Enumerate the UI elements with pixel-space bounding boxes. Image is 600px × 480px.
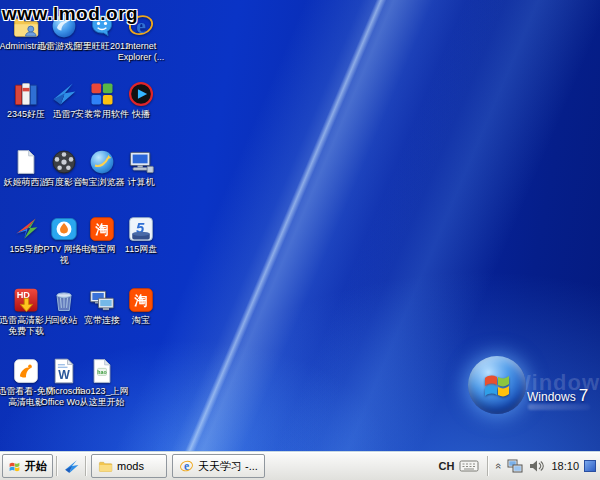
desktop-icon-label: 快播 bbox=[103, 109, 179, 120]
svg-text:e: e bbox=[184, 460, 189, 473]
taskbar: 开始 modse天天学习 -... CH « bbox=[0, 451, 600, 480]
disk-115-icon: 5 bbox=[127, 215, 155, 243]
volume-icon[interactable] bbox=[528, 459, 544, 473]
desktop-icon-taobao[interactable]: 淘淘宝 bbox=[103, 286, 179, 326]
tray-blue-app-icon[interactable] bbox=[584, 460, 596, 472]
desktop-icon-label: 115网盘 bbox=[103, 244, 179, 255]
computer-icon bbox=[127, 148, 155, 176]
start-flag-icon bbox=[8, 460, 21, 473]
system-tray: CH « bbox=[438, 452, 598, 480]
desktop-icon-label: InternetExplorer (... bbox=[103, 41, 179, 63]
ie-icon: e bbox=[179, 459, 194, 474]
tray-divider bbox=[487, 456, 488, 476]
start-button[interactable]: 开始 bbox=[2, 454, 53, 478]
task-button-mods[interactable]: mods bbox=[91, 454, 167, 478]
task-button-area: modse天天学习 -... bbox=[91, 454, 265, 478]
tao-square-icon: 淘 bbox=[127, 286, 155, 314]
desktop-icon-label: 淘宝 bbox=[103, 315, 179, 326]
svg-text:hao: hao bbox=[97, 369, 106, 375]
hidden-icons-chevron[interactable]: « bbox=[494, 463, 504, 469]
taskbar-divider bbox=[85, 456, 86, 476]
desktop-icon-label: hao123_上网从这里开始 bbox=[64, 386, 140, 408]
desktop-icon-grid: Administrator迅雷游戏盒子阿里旺旺2012eInternetExpl… bbox=[0, 0, 600, 480]
desktop-icon-hao123[interactable]: haohao123_上网从这里开始 bbox=[64, 357, 140, 408]
xunlei-bird-icon bbox=[63, 458, 80, 475]
watermark-text: www.lmod.org bbox=[2, 3, 138, 25]
desktop-icon-kuaibo[interactable]: 快播 bbox=[103, 80, 179, 120]
task-button-tiantian-xuexi[interactable]: e天天学习 -... bbox=[172, 454, 265, 478]
task-button-label: 天天学习 -... bbox=[198, 459, 258, 474]
task-button-label: mods bbox=[117, 460, 144, 472]
desktop-screen: www.lmod.org Administrator迅雷游戏盒子阿里旺旺2012… bbox=[0, 0, 600, 480]
quick-launch-xunlei[interactable] bbox=[60, 455, 82, 477]
network-icon[interactable] bbox=[507, 459, 523, 473]
ime-keyboard-icon[interactable] bbox=[459, 459, 479, 473]
qvod-icon bbox=[127, 80, 155, 108]
language-indicator[interactable]: CH bbox=[438, 460, 454, 472]
taskbar-divider bbox=[56, 456, 57, 476]
clock[interactable]: 18:10 bbox=[551, 460, 579, 472]
desktop-icon-computer[interactable]: 计算机 bbox=[103, 148, 179, 188]
hao123-file-icon: hao bbox=[88, 357, 116, 385]
folder-icon bbox=[98, 459, 113, 474]
desktop-icon-115-wangpan[interactable]: 5115网盘 bbox=[103, 215, 179, 255]
svg-text:淘: 淘 bbox=[133, 293, 147, 308]
quick-launch-area bbox=[60, 455, 82, 477]
start-button-label: 开始 bbox=[25, 459, 47, 474]
desktop-icon-label: 计算机 bbox=[103, 177, 179, 188]
